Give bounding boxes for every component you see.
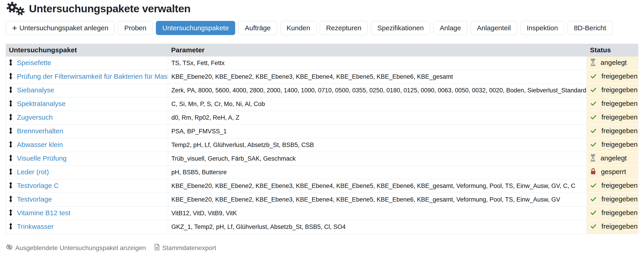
package-link[interactable]: Spektralanalyse <box>17 100 66 107</box>
sort-updown-icon[interactable] <box>9 154 12 163</box>
parameter-cell: PSA, BP_FMVSS_1 <box>168 125 587 138</box>
package-cell: Speisefette <box>6 56 168 70</box>
hourglass-icon <box>590 154 596 163</box>
tab-label: Anlagenteil <box>477 24 511 32</box>
package-link[interactable]: Testvorlage C <box>17 182 58 189</box>
tab-rezepturen[interactable]: Rezepturen <box>320 21 368 35</box>
status-cell: angelegt <box>587 56 638 70</box>
sort-updown-icon[interactable] <box>9 127 12 136</box>
status-cell: freigegeben <box>587 179 638 193</box>
master-data-export-label: Stammdatenexport <box>162 244 216 252</box>
page-header: Untersuchungspakete verwalten <box>6 0 638 15</box>
table-row: Vitamine B12 test VitB12, VitD, VitB9, V… <box>6 207 638 220</box>
status-cell: freigegeben <box>587 125 638 138</box>
package-link[interactable]: Testvorlage <box>17 195 52 203</box>
package-link[interactable]: Abwasser klein <box>17 141 63 148</box>
package-cell: Prüfung der Filterwirsamkeit für Bakteri… <box>6 70 168 84</box>
status-cell: freigegeben <box>587 97 638 111</box>
package-link[interactable]: Vitamine B12 test <box>17 209 70 217</box>
status-cell: freigegeben <box>587 138 638 152</box>
tab-untersuchungspakete[interactable]: Untersuchungspakete <box>156 21 235 35</box>
tab-8d-bericht[interactable]: 8D-Bericht <box>568 21 612 35</box>
column-header-parameter: Parameter <box>168 44 587 56</box>
sort-updown-icon[interactable] <box>9 114 12 122</box>
table-row: Trinkwasser GKZ_1, Temp2, pH, Lf, Glühve… <box>6 220 638 234</box>
tab-label: Rezepturen <box>326 24 362 32</box>
package-cell: Abwasser klein <box>6 138 168 152</box>
parameter-cell: C, Si, Mn, P, S, Cr, Mo, Ni, Al, Cob <box>168 97 587 111</box>
eye-off-icon <box>6 244 13 252</box>
package-link[interactable]: Trinkwasser <box>17 223 54 230</box>
check-icon <box>590 196 597 204</box>
tab-label: Kunden <box>287 24 310 32</box>
hourglass-icon <box>590 59 596 68</box>
check-icon <box>590 86 597 95</box>
package-link[interactable]: Speisefette <box>17 59 51 66</box>
status-label: freigegeben <box>602 195 638 203</box>
parameter-cell: GKZ_1, Temp2, pH, Lf, Glühverlust, Abset… <box>168 220 587 234</box>
status-label: angelegt <box>600 59 627 66</box>
tab-label: 8D-Bericht <box>574 24 606 32</box>
status-label: freigegeben <box>602 72 638 80</box>
sort-updown-icon[interactable] <box>9 195 12 204</box>
table-row: Spektralanalyse C, Si, Mn, P, S, Cr, Mo,… <box>6 97 638 111</box>
tab-spezifikationen[interactable]: Spezifikationen <box>371 21 430 35</box>
tab-anlage[interactable]: Anlage <box>434 21 468 35</box>
master-data-export-link[interactable]: Stammdatenexport <box>154 244 216 252</box>
package-link[interactable]: Brennverhalten <box>17 127 63 135</box>
tabbar: + Untersuchungspaket anlegen Proben Unte… <box>6 21 638 35</box>
package-link[interactable]: Zugversuch <box>17 114 53 121</box>
table-row: Testvorlage KBE_Ebene20, KBE_Ebene2, KBE… <box>6 193 638 207</box>
tab-aufträge[interactable]: Aufträge <box>238 21 277 35</box>
sort-updown-icon[interactable] <box>9 223 12 231</box>
tab-inspektion[interactable]: Inspektion <box>520 21 564 35</box>
status-label: freigegeben <box>602 100 638 107</box>
sort-updown-icon[interactable] <box>9 86 12 95</box>
package-cell: Siebanalyse <box>6 84 168 97</box>
tab-label: Proben <box>124 24 146 32</box>
sort-updown-icon[interactable] <box>9 168 12 177</box>
sort-updown-icon[interactable] <box>9 141 12 149</box>
status-label: freigegeben <box>602 86 638 94</box>
status-label: freigegeben <box>602 127 638 134</box>
parameter-cell: KBE_Ebene20, KBE_Ebene2, KBE_Ebene3, KBE… <box>168 193 587 207</box>
status-label: freigegeben <box>602 223 638 230</box>
sort-updown-icon[interactable] <box>9 59 12 68</box>
create-package-button[interactable]: + Untersuchungspaket anlegen <box>6 21 115 35</box>
parameter-cell: d0, Rm, Rp02, ReH, A, Z <box>168 111 587 125</box>
check-icon <box>590 223 597 231</box>
sort-updown-icon[interactable] <box>9 209 12 218</box>
page-title: Untersuchungspakete verwalten <box>29 2 190 15</box>
status-label: freigegeben <box>602 141 638 148</box>
page-footer: Ausgeblendete Untersuchungspaket anzeige… <box>6 244 638 252</box>
package-link[interactable]: Leder (rot) <box>17 168 49 176</box>
sort-updown-icon[interactable] <box>9 73 12 81</box>
status-cell: freigegeben <box>587 207 638 220</box>
check-icon <box>590 128 597 136</box>
status-cell: angelegt <box>587 152 638 166</box>
sort-updown-icon[interactable] <box>9 182 12 190</box>
check-icon <box>590 182 597 190</box>
package-cell: Vitamine B12 test <box>6 207 168 220</box>
table-row: Prüfung der Filterwirsamkeit für Bakteri… <box>6 70 638 84</box>
package-cell: Spektralanalyse <box>6 97 168 111</box>
check-icon <box>590 100 597 109</box>
tab-proben[interactable]: Proben <box>118 21 153 35</box>
tab-anlagenteil[interactable]: Anlagenteil <box>470 21 517 35</box>
show-hidden-packages-link[interactable]: Ausgeblendete Untersuchungspaket anzeige… <box>6 244 146 252</box>
parameter-cell: Trüb_visuell, Geruch, Färb_SAK, Geschmac… <box>168 152 587 166</box>
create-package-label: Untersuchungspaket anlegen <box>19 24 108 32</box>
parameter-cell: VitB12, VitD, VitB9, VitK <box>168 207 587 220</box>
package-link[interactable]: Prüfung der Filterwirsamkeit für Bakteri… <box>17 73 168 80</box>
tab-label: Aufträge <box>245 24 270 32</box>
parameter-cell: Zerk, PA, 8000, 5600, 4000, 2800, 2000, … <box>168 84 587 97</box>
package-link[interactable]: Siebanalyse <box>17 86 54 94</box>
check-icon <box>590 73 597 81</box>
parameter-cell: TS, TSx, Fett, Fettx <box>168 56 587 70</box>
status-label: gesperrt <box>601 168 626 175</box>
tab-kunden[interactable]: Kunden <box>280 21 316 35</box>
status-cell: freigegeben <box>587 193 638 207</box>
package-link[interactable]: Visuelle Prüfung <box>17 154 66 162</box>
sort-updown-icon[interactable] <box>9 100 12 109</box>
status-label: freigegeben <box>602 209 638 216</box>
